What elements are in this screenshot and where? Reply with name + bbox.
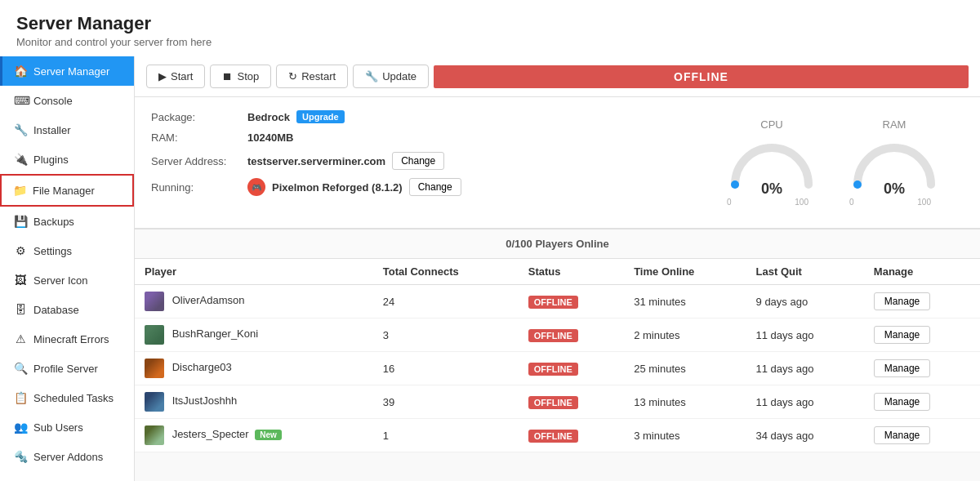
player-connects: 1 [373, 419, 519, 452]
sidebar-icon-installer: 🔧 [14, 123, 27, 136]
sidebar-item-backups[interactable]: 💾Backups [0, 207, 134, 236]
sidebar-label-database: Database [33, 304, 79, 316]
change-running-button[interactable]: Change [409, 178, 461, 196]
manage-button[interactable]: Manage [874, 393, 930, 411]
sidebar-icon-sub-users: 👥 [14, 421, 27, 434]
sidebar-item-console[interactable]: ⌨Console [0, 86, 134, 115]
player-name: Jesters_Specter [172, 428, 249, 440]
players-table-wrap[interactable]: PlayerTotal ConnectsStatusTime OnlineLas… [135, 259, 980, 452]
player-manage: Manage [864, 419, 980, 452]
change-address-button[interactable]: Change [392, 152, 444, 170]
info-panel: Package: Bedrock Upgrade RAM: 10240MB Se… [135, 97, 980, 229]
player-name-cell: BushRanger_Koni [135, 318, 373, 352]
manage-button[interactable]: Manage [874, 359, 930, 377]
sidebar-label-minecraft-errors: Minecraft Errors [33, 333, 109, 345]
player-time: 25 minutes [624, 352, 746, 385]
update-button[interactable]: 🔧 Update [353, 65, 429, 88]
sidebar-label-server-icon: Server Icon [33, 274, 87, 287]
restart-icon: ↻ [288, 70, 297, 82]
player-time: 2 minutes [624, 318, 746, 352]
page-header: Server Manager Monitor and control your … [0, 0, 980, 56]
player-status: OFFLINE [519, 285, 624, 318]
players-section: 0/100 Players Online PlayerTotal Connect… [135, 229, 980, 452]
sidebar-icon-minecraft-errors: ⚠ [14, 332, 27, 345]
player-name: Discharge03 [172, 361, 232, 373]
manage-button[interactable]: Manage [874, 292, 930, 310]
sidebar-item-plugins[interactable]: 🔌Plugins [0, 145, 134, 174]
sidebar-item-profile-server[interactable]: 🔍Profile Server [0, 354, 134, 383]
player-status: OFFLINE [519, 352, 624, 385]
new-badge: New [255, 430, 282, 440]
upgrade-badge[interactable]: Upgrade [296, 110, 345, 123]
manage-button[interactable]: Manage [874, 326, 930, 344]
sidebar-icon-server-manager: 🏠 [14, 65, 27, 78]
sidebar-icon-server-icon: 🖼 [14, 274, 27, 287]
player-avatar [145, 359, 164, 378]
player-connects: 24 [373, 285, 519, 318]
status-badge: OFFLINE [528, 396, 578, 409]
col-manage: Manage [864, 259, 980, 285]
sidebar-label-server-manager: Server Manager [33, 65, 109, 78]
player-quit: 11 days ago [746, 352, 864, 385]
toolbar: ▶ Start ⏹ Stop ↻ Restart 🔧 Update OFFLIN… [135, 56, 980, 97]
ram-row: RAM: 10240MB [151, 131, 686, 144]
manage-button[interactable]: Manage [874, 426, 930, 444]
table-row: Discharge03 16 OFFLINE 25 minutes 11 day… [135, 352, 980, 385]
start-button[interactable]: ▶ Start [146, 65, 205, 88]
sidebar-item-sub-users[interactable]: 👥Sub Users [0, 412, 134, 442]
sidebar-label-installer: Installer [33, 124, 71, 136]
player-name: BushRanger_Koni [172, 327, 259, 340]
sidebar-label-file-manager: File Manager [33, 185, 95, 197]
cpu-gauge: CPU 0% 0 100 [727, 118, 817, 207]
col-status: Status [519, 259, 624, 285]
player-manage: Manage [864, 318, 980, 352]
col-player: Player [135, 259, 373, 285]
player-connects: 39 [373, 385, 519, 419]
status-badge: OFFLINE [528, 430, 578, 443]
sidebar-item-server-manager[interactable]: 🏠Server Manager [0, 56, 134, 86]
sidebar-item-database[interactable]: 🗄Database [0, 295, 134, 324]
sidebar-item-server-addons[interactable]: 🔩Server Addons [0, 442, 134, 471]
col-time-online: Time Online [624, 259, 746, 285]
table-body: OliverAdamson 24 OFFLINE 31 minutes 9 da… [135, 285, 980, 452]
player-name-cell: Jesters_Specter New [135, 419, 373, 452]
sidebar-item-settings[interactable]: ⚙Settings [0, 236, 134, 265]
player-manage: Manage [864, 285, 980, 318]
player-status: OFFLINE [519, 385, 624, 419]
sidebar-item-installer[interactable]: 🔧Installer [0, 115, 134, 145]
restart-button[interactable]: ↻ Restart [276, 65, 348, 88]
player-status: OFFLINE [519, 318, 624, 352]
sidebar-label-console: Console [33, 95, 73, 107]
sidebar-label-sub-users: Sub Users [33, 421, 83, 434]
sidebar-label-backups: Backups [33, 216, 74, 228]
player-time: 3 minutes [624, 419, 746, 452]
running-row: Running: 🎮 Pixelmon Reforged (8.1.2) Cha… [151, 178, 686, 196]
player-quit: 34 days ago [746, 419, 864, 452]
player-name-cell: OliverAdamson [135, 285, 373, 318]
player-name: ItsJustJoshhh [172, 394, 238, 407]
sidebar-item-file-manager[interactable]: 📁File Manager [0, 174, 134, 207]
sidebar-item-minecraft-errors[interactable]: ⚠Minecraft Errors [0, 324, 134, 354]
sidebar-icon-settings: ⚙ [14, 244, 27, 257]
stop-button[interactable]: ⏹ Stop [210, 65, 271, 88]
sidebar-item-scheduled-tasks[interactable]: 📋Scheduled Tasks [0, 383, 134, 412]
layout: 🏠Server Manager⌨Console🔧Installer🔌Plugin… [0, 56, 980, 481]
player-quit: 11 days ago [746, 385, 864, 419]
sidebar-icon-file-manager: 📁 [13, 184, 26, 197]
stop-icon: ⏹ [222, 70, 233, 82]
player-status: OFFLINE [519, 419, 624, 452]
page-title: Server Manager [16, 13, 964, 34]
players-header: 0/100 Players Online [135, 229, 980, 259]
wrench-icon: 🔧 [365, 70, 378, 82]
col-total-connects: Total Connects [373, 259, 519, 285]
sidebar-icon-profile-server: 🔍 [14, 362, 27, 375]
col-last-quit: Last Quit [746, 259, 864, 285]
sidebar-label-profile-server: Profile Server [33, 363, 98, 375]
page-subtitle: Monitor and control your server from her… [16, 36, 964, 48]
player-quit: 9 days ago [746, 285, 864, 318]
sidebar-item-server-icon[interactable]: 🖼Server Icon [0, 265, 134, 295]
status-badge: OFFLINE [528, 296, 578, 309]
player-name-cell: ItsJustJoshhh [135, 385, 373, 419]
player-manage: Manage [864, 385, 980, 419]
player-avatar [145, 392, 164, 412]
